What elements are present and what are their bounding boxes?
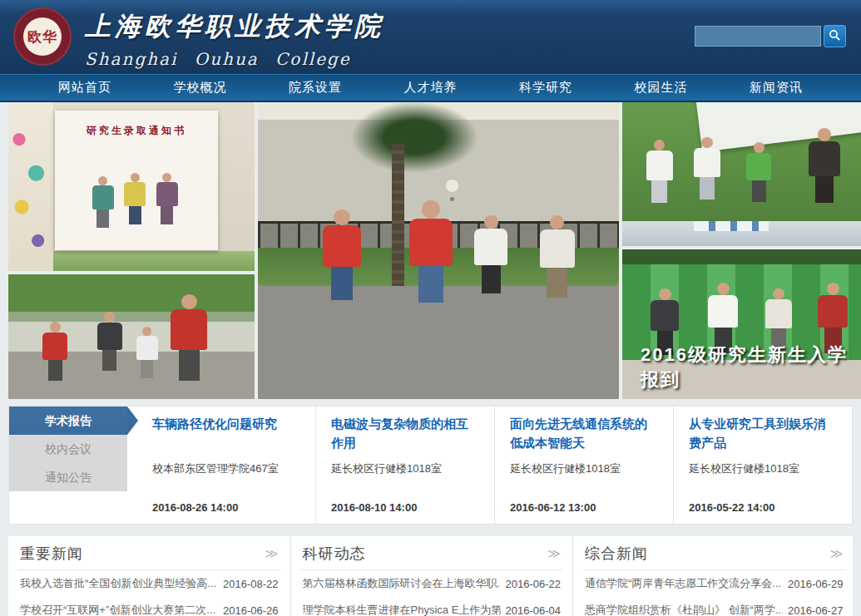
hero-photo-reception-table[interactable] [622,102,861,246]
nav-item-departments[interactable]: 院系设置 [289,80,342,96]
person-figure [97,312,122,371]
news-item-title[interactable]: 第六届格林函数国际研讨会在上海欧华职... [303,576,501,591]
event-title[interactable]: 从专业研究工具到娱乐消费产品 [689,415,837,453]
news-item[interactable]: 学校召开“互联网+”创新创业大赛第二次... 2016-06-26 [18,597,280,616]
news-column-header: 综合新闻 ≫ [583,541,845,570]
news-item[interactable]: 第六届格林函数国际研讨会在上海欧华职... 2016-06-22 [301,570,563,597]
news-column-title: 科研动态 [303,544,366,564]
event-datetime: 2016-08-10 14:00 [331,501,479,514]
person-figure [540,215,575,298]
nav-item-overview[interactable]: 学校概况 [174,80,227,96]
site-title-zh: 上海欧华职业技术学院 [85,9,384,44]
person-figure [746,142,771,201]
event-title[interactable]: 车辆路径优化问题研究 [152,415,300,453]
nav-item-research[interactable]: 科学研究 [519,80,572,96]
news-item-date: 2016-06-29 [788,578,844,590]
more-link[interactable]: ≫ [547,546,561,561]
news-item-title[interactable]: 悉商学院组织赏析《杜鹃山》 创新“两学... [585,603,783,616]
person-figure [323,209,361,300]
news-item-date: 2016-08-22 [223,578,279,590]
events-cards: 车辆路径优化问题研究 校本部东区管理学院467室 2016-08-26 14:0… [127,407,852,524]
news-item-title[interactable]: 学校召开“互联网+”创新创业大赛第二次... [20,603,215,616]
news-column-general: 综合新闻 ≫ 通信学院“两岸青年志愿工作交流分享会... 2016-06-29 … [572,536,855,616]
event-title[interactable]: 电磁波与复杂物质的相互作用 [331,415,479,453]
event-datetime: 2016-06-12 13:00 [510,501,658,514]
hero-photo-crowd[interactable] [8,274,255,399]
hero-right-column: 2016级研究生新生入学报到 [622,102,861,399]
main-nav: 网站首页 学校概况 院系设置 人才培养 科学研究 校园生活 新闻资讯 [0,74,861,102]
search-button[interactable] [824,25,846,47]
person-figure [809,128,840,203]
event-card[interactable]: 车辆路径优化问题研究 校本部东区管理学院467室 2016-08-26 14:0… [137,407,315,524]
person-figure [124,173,146,224]
site-title-block: 上海欧华职业技术学院 Shanghai Ouhua College [85,9,384,69]
search-input[interactable] [695,26,821,47]
college-seal-logo[interactable]: 欧华 [13,7,72,66]
news-item-date: 2016-06-26 [223,604,279,616]
search-bar [695,25,846,47]
hero-photo-registration[interactable]: 2016级研究生新生入学报到 [622,249,861,399]
tab-notices[interactable]: 通知公告 [9,463,127,491]
event-location: 延长校区行健楼1018室 [689,461,837,476]
news-column-important: 重要新闻 ≫ 我校入选首批“全国创新创业典型经验高... 2016-08-22 … [8,536,290,616]
hero-center-column [258,102,619,399]
nav-item-home[interactable]: 网站首页 [58,80,111,96]
events-panel: 学术报告 校内会议 通知公告 车辆路径优化问题研究 校本部东区管理学院467室 … [8,406,853,525]
more-link[interactable]: ≫ [830,546,844,561]
events-tabs: 学术报告 校内会议 通知公告 [9,407,127,491]
mural-decoration [8,102,53,271]
nav-item-talent[interactable]: 人才培养 [404,80,458,96]
person-figure [42,322,67,381]
news-column-title: 重要新闻 [20,544,83,564]
tab-academic-reports[interactable]: 学术报告 [9,407,127,435]
nav-item-news[interactable]: 新闻资讯 [750,80,803,96]
search-icon [829,29,841,44]
papers-decoration [694,221,769,231]
event-datetime: 2016-08-26 14:00 [152,501,300,514]
news-column-title: 综合新闻 [585,544,648,564]
news-item[interactable]: 通信学院“两岸青年志愿工作交流分享会... 2016-06-29 [583,570,845,597]
person-figure [474,215,507,294]
event-location: 校本部东区管理学院467室 [152,461,300,476]
person-figure [646,140,673,203]
street-lamp-decoration [446,180,458,192]
news-item[interactable]: 理学院本科生曹进律在Physica E上作为第... 2016-06-04 [301,597,563,616]
hero-photo-students-walking[interactable] [258,102,619,399]
more-link[interactable]: ≫ [265,546,279,561]
news-item[interactable]: 悉商学院组织赏析《杜鹃山》 创新“两学... 2016-06-27 [583,597,845,616]
tab-campus-meetings[interactable]: 校内会议 [9,435,127,463]
site-title-en: Shanghai Ouhua College [85,49,384,69]
news-item-date: 2016-06-27 [788,604,844,616]
news-item-title[interactable]: 我校入选首批“全国创新创业典型经验高... [20,576,216,591]
news-item-title[interactable]: 通信学院“两岸青年志愿工作交流分享会... [585,576,781,591]
person-figure [136,327,158,378]
site-header: 欧华 上海欧华职业技术学院 Shanghai Ouhua College [0,0,861,74]
nav-item-campus-life[interactable]: 校园生活 [635,80,688,96]
event-title[interactable]: 面向先进无线通信系统的低成本智能天 [510,415,658,453]
person-figure [156,173,178,224]
hero-photo-admission-board[interactable]: 研究生录取通知书 [8,102,255,271]
event-datetime: 2016-05-22 14:00 [689,501,837,514]
news-item-date: 2016-06-04 [506,604,562,616]
event-location: 延长校区行健楼1018室 [510,461,658,476]
hero-caption: 2016级研究生新生入学报到 [641,342,861,392]
news-item-title[interactable]: 理学院本科生曹进律在Physica E上作为第... [303,603,501,616]
news-item-date: 2016-06-22 [506,578,562,590]
person-figure [171,294,207,381]
person-figure [694,137,720,200]
event-location: 延长校区行健楼1018室 [331,461,479,476]
person-figure [409,200,453,303]
backdrop-text: 研究生录取通知书 [87,125,186,136]
event-card[interactable]: 面向先进无线通信系统的低成本智能天 延长校区行健楼1018室 2016-06-1… [494,407,673,524]
seal-text: 欧华 [23,17,62,56]
hero-left-column: 研究生录取通知书 [8,102,255,399]
hero-banner: 研究生录取通知书 [8,102,861,399]
palm-trunk-decoration [392,144,404,286]
news-column-header: 重要新闻 ≫ [18,541,280,570]
event-card[interactable]: 电磁波与复杂物质的相互作用 延长校区行健楼1018室 2016-08-10 14… [315,407,494,524]
event-card[interactable]: 从专业研究工具到娱乐消费产品 延长校区行健楼1018室 2016-05-22 1… [673,407,852,524]
news-section: 重要新闻 ≫ 我校入选首批“全国创新创业典型经验高... 2016-08-22 … [8,536,853,616]
news-column-research: 科研动态 ≫ 第六届格林函数国际研讨会在上海欧华职... 2016-06-22 … [290,536,573,616]
palm-tree-icon [352,102,477,172]
news-item[interactable]: 我校入选首批“全国创新创业典型经验高... 2016-08-22 [18,570,280,597]
